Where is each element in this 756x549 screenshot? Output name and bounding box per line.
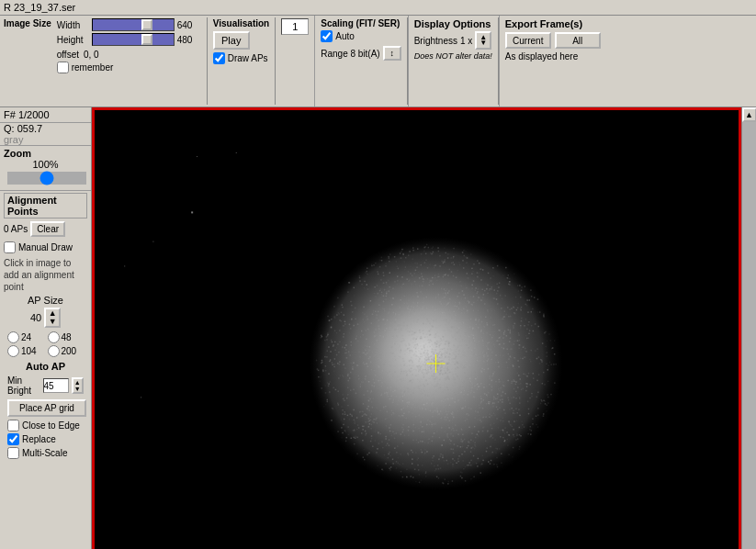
does-not-alter-text: Does NOT alter data! [414, 51, 492, 61]
radio-48[interactable] [48, 331, 60, 343]
close-to-edge-row: Close to Edge [4, 419, 87, 432]
min-bright-input[interactable] [43, 378, 69, 393]
manual-draw-label: Manual Draw [18, 242, 73, 252]
alignment-points-label: Alignment Points [4, 193, 87, 218]
scaling-section: Scaling (FIT/ SER) Auto Range 8 bit(A) ↕ [314, 16, 406, 106]
scroll-up-button[interactable]: ▲ [742, 107, 757, 122]
width-slider[interactable] [92, 18, 175, 31]
click-info: Click in image to add an alignment point [4, 255, 87, 295]
export-frames-section: Export Frame(s) Current All As displayed… [499, 16, 606, 106]
all-button[interactable]: All [555, 32, 601, 49]
replace-label: Replace [22, 434, 56, 444]
ap-size-value: 40 [30, 312, 41, 323]
brightness-spinner[interactable]: ▲ ▼ [475, 31, 491, 50]
ap-radio-grid: 24 48 104 200 [4, 330, 87, 359]
height-slider[interactable] [92, 33, 175, 46]
as-displayed-text: As displayed here [505, 51, 601, 62]
display-options-title: Display Options [414, 18, 492, 29]
manual-draw-checkbox[interactable] [4, 241, 16, 253]
brightness-value: 1 x [460, 36, 472, 46]
height-label: Height [57, 35, 89, 45]
min-bright-row: Min Bright ▲▼ [4, 374, 87, 398]
top-controls-bar: Image Size Width 640 Height 480 offset 0… [0, 16, 756, 107]
close-to-edge-checkbox[interactable] [7, 420, 19, 431]
main-area: F# 1/2000 Q: 059.7 gray Zoom 100% Alignm… [0, 107, 756, 549]
aps-count: 0 APs [4, 224, 28, 234]
visualisation-label: Visualisation [213, 18, 270, 28]
ap-size-spinner[interactable]: ▲▼ [44, 308, 61, 328]
left-panel: F# 1/2000 Q: 059.7 gray Zoom 100% Alignm… [0, 107, 92, 549]
right-scrollbar[interactable]: ▲ ▼ [741, 107, 756, 549]
multi-scale-label: Multi-Scale [22, 448, 67, 458]
auto-checkbox[interactable] [321, 30, 333, 42]
radio-104[interactable] [7, 345, 19, 357]
quality-label: Q: 059.7 [0, 123, 91, 134]
image-canvas[interactable] [95, 110, 739, 549]
radio-200-item: 200 [48, 345, 85, 357]
zoom-section: Zoom 100% [0, 145, 91, 190]
scaling-label: Scaling (FIT/ SER) [321, 18, 401, 28]
play-button[interactable]: Play [213, 31, 250, 50]
radio-24[interactable] [7, 331, 19, 343]
scroll-track[interactable] [742, 122, 757, 549]
brightness-label: Brightness [414, 36, 457, 46]
image-size-section: Image Size Width 640 Height 480 offset 0… [0, 16, 207, 106]
visualisation-section: Visualisation Play Draw APs [208, 16, 276, 106]
frame-number-section [276, 16, 314, 106]
radio-24-item: 24 [7, 331, 44, 343]
min-bright-spinner[interactable]: ▲▼ [72, 377, 84, 394]
zoom-pct: 100% [4, 159, 87, 170]
offset-label: offset [57, 50, 79, 60]
export-title: Export Frame(s) [505, 18, 601, 29]
title-text: R 23_19_37.ser [4, 2, 75, 13]
range-label: Range 8 bit(A) [321, 49, 379, 59]
close-to-edge-label: Close to Edge [22, 420, 80, 431]
width-value: 640 [177, 20, 203, 30]
draw-aps-checkbox[interactable] [213, 52, 225, 64]
radio-104-label: 104 [21, 346, 37, 356]
height-value: 480 [177, 35, 203, 45]
radio-48-item: 48 [48, 331, 85, 343]
ap-size-label: AP Size [4, 295, 87, 306]
multi-scale-row: Multi-Scale [4, 446, 87, 460]
place-ap-button[interactable]: Place AP grid [7, 399, 86, 417]
ap-size-row: 40 ▲▼ [4, 306, 87, 330]
radio-24-label: 24 [21, 332, 31, 342]
zoom-label: Zoom [4, 148, 87, 159]
image-size-label: Image Size [4, 18, 51, 28]
ap-row: 0 APs Clear [4, 221, 87, 237]
auto-label: Auto [335, 31, 355, 41]
zoom-slider[interactable] [7, 172, 86, 185]
draw-aps-label: Draw APs [228, 53, 268, 63]
replace-checkbox[interactable] [7, 433, 19, 445]
title-bar: R 23_19_37.ser [0, 0, 756, 16]
range-arrow-btn[interactable]: ↕ [383, 46, 401, 61]
current-button[interactable]: Current [505, 32, 551, 49]
min-bright-label: Min Bright [7, 375, 40, 396]
display-options-section: Display Options Brightness 1 x ▲ ▼ Does … [408, 16, 498, 106]
color-name: gray [0, 134, 91, 145]
remember-checkbox[interactable] [57, 62, 69, 73]
manual-draw-row: Manual Draw [4, 240, 87, 255]
clear-button[interactable]: Clear [30, 221, 65, 237]
remember-label: remember [72, 62, 114, 73]
replace-row: Replace [4, 432, 87, 446]
frame-info: F# 1/2000 [0, 107, 91, 123]
radio-200[interactable] [48, 345, 60, 357]
offset-value: 0, 0 [84, 50, 99, 60]
width-label: Width [57, 20, 89, 30]
radio-48-label: 48 [62, 332, 72, 342]
alignment-points-section: Alignment Points 0 APs Clear Manual Draw… [0, 190, 91, 462]
multi-scale-checkbox[interactable] [7, 447, 19, 459]
radio-104-item: 104 [7, 345, 44, 357]
auto-ap-label: Auto AP [4, 359, 87, 374]
frame-number-input[interactable] [281, 18, 309, 35]
canvas-area[interactable] [92, 107, 741, 549]
radio-200-label: 200 [62, 346, 77, 356]
